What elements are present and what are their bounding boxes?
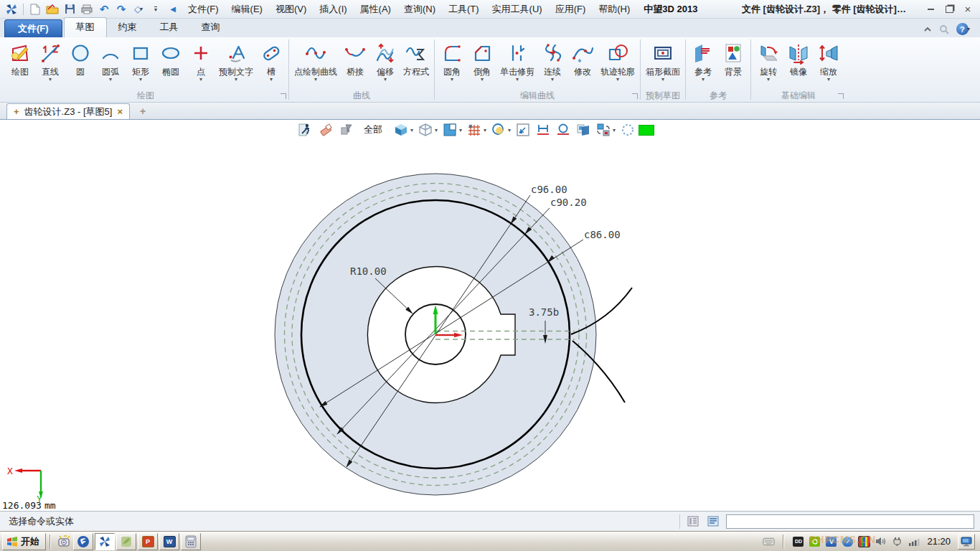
collapse-left-icon[interactable]: ◀ xyxy=(165,2,181,17)
dim-label-root[interactable]: c86.00 xyxy=(584,229,621,240)
measure-width-icon[interactable] xyxy=(534,121,552,138)
ribbon-button-offset[interactable]: 偏移 ▾ xyxy=(370,38,400,83)
ribbon-button-mirror[interactable]: 镜像 xyxy=(783,38,814,77)
dropdown-caret[interactable]: ▾ xyxy=(199,77,202,83)
dropdown-caret[interactable]: ▾ xyxy=(661,77,664,83)
document-tab[interactable]: + 齿轮设计.Z3 - [草图5] × xyxy=(6,103,130,119)
tray-colors-icon[interactable] xyxy=(858,536,870,547)
dialog-launcher-icon[interactable] xyxy=(281,93,286,99)
dropdown-caret[interactable]: ▾ xyxy=(384,77,387,83)
tray-dolby-icon[interactable]: DD xyxy=(792,536,804,547)
tab-inquire[interactable]: 查询 xyxy=(190,18,232,37)
ribbon-button-box-section[interactable]: 箱形截面 ▾ xyxy=(643,38,683,83)
zoom-circle-icon[interactable] xyxy=(489,121,507,138)
dropdown-caret[interactable]: ▾ xyxy=(49,77,52,83)
ribbon-button-modify[interactable]: 修改 xyxy=(567,38,598,77)
tray-nvidia-icon[interactable] xyxy=(809,536,821,547)
menu-applications[interactable]: 应用(F) xyxy=(549,1,593,18)
ribbon-button-continue[interactable]: 连续 ▾ xyxy=(537,38,567,83)
quicklaunch-zw3d[interactable] xyxy=(95,533,115,550)
dim-label-bore[interactable]: R10.00 xyxy=(350,265,387,277)
redo-icon[interactable]: ↷ xyxy=(113,2,129,17)
measure-circle-icon[interactable] xyxy=(554,121,572,138)
input-method-icon[interactable] xyxy=(763,536,775,547)
search-icon[interactable] xyxy=(939,24,949,34)
dropdown-caret[interactable]: ▾ xyxy=(481,77,484,83)
ribbon-button-point-curve[interactable]: 点绘制曲线 ▾ xyxy=(291,38,340,83)
quicklaunch-word[interactable]: W xyxy=(159,533,179,550)
dropdown-caret[interactable]: ▾ xyxy=(314,77,317,83)
menu-inquire[interactable]: 查询(N) xyxy=(397,1,442,18)
dropdown-caret[interactable]: ▾ xyxy=(613,127,616,133)
restore-button[interactable] xyxy=(940,3,958,16)
dropdown-caret[interactable]: ▾ xyxy=(616,77,619,83)
dropdown-caret[interactable]: ▾ xyxy=(827,77,830,83)
wireframe-view-icon[interactable] xyxy=(416,121,434,138)
dropdown-caret[interactable]: ▾ xyxy=(484,127,486,133)
dropdown-caret[interactable]: ▾ xyxy=(702,77,705,83)
ribbon-button-equation[interactable]: 方程式 xyxy=(400,38,432,77)
dialog-launcher-icon[interactable] xyxy=(838,93,844,99)
menu-file[interactable]: 文件(F) xyxy=(182,1,225,18)
dropdown-caret[interactable]: ▾ xyxy=(435,127,438,133)
ribbon-button-background[interactable]: 背景 xyxy=(718,38,748,77)
exit-sketch-icon[interactable] xyxy=(296,121,314,138)
minimize-button[interactable] xyxy=(921,3,940,16)
quicklaunch-browser[interactable] xyxy=(73,533,93,550)
dropdown-caret[interactable]: ▾ xyxy=(551,77,554,83)
sketch-canvas[interactable]: 全部 ▾ ▾ ▾ ▾ ▾ ▾ xyxy=(0,120,980,511)
selection-set-icon[interactable] xyxy=(618,121,636,138)
regen-icon[interactable]: ◇▾ xyxy=(131,2,146,17)
shaded-view-icon[interactable] xyxy=(392,121,410,138)
show-desktop-button[interactable] xyxy=(958,534,975,550)
menu-attributes[interactable]: 属性(A) xyxy=(354,1,397,18)
clock[interactable]: 21:20 xyxy=(927,536,951,547)
menu-edit[interactable]: 编辑(E) xyxy=(225,1,269,18)
dropdown-caret[interactable]: ▾ xyxy=(459,127,462,133)
tab-constraint[interactable]: 约束 xyxy=(107,18,149,37)
quicklaunch-calculator[interactable] xyxy=(181,533,201,550)
dropdown-caret[interactable]: ▾ xyxy=(451,77,453,83)
ribbon-button-circle[interactable]: 圆 xyxy=(65,38,95,77)
tab-close-icon[interactable]: × xyxy=(117,106,123,117)
filter-scope-dropdown[interactable]: 全部 xyxy=(364,123,382,136)
help-button[interactable]: ?▾ xyxy=(956,23,970,35)
ribbon-button-chamfer[interactable]: 倒角 ▾ xyxy=(467,38,497,83)
quicklaunch-powerpoint[interactable]: P xyxy=(138,533,158,550)
ribbon-button-bridge[interactable]: 桥接 xyxy=(340,38,370,77)
power-plug-icon[interactable] xyxy=(891,536,903,547)
start-button[interactable]: 开始 xyxy=(2,533,46,550)
dropdown-caret[interactable]: ▾ xyxy=(270,77,273,83)
zoom-extents-icon[interactable] xyxy=(514,121,532,138)
print-icon[interactable] xyxy=(79,2,95,17)
volume-icon[interactable] xyxy=(875,536,887,547)
open-file-icon[interactable] xyxy=(44,2,60,17)
filter-icon[interactable] xyxy=(336,121,354,138)
undo-icon[interactable]: ↶ xyxy=(96,2,112,17)
collapse-ribbon-icon[interactable] xyxy=(923,27,932,32)
dim-label-outer[interactable]: c96.00 xyxy=(531,184,567,195)
menu-tools[interactable]: 工具(T) xyxy=(442,1,486,18)
gear-sketch-drawing[interactable]: c96.00 c90.20 c86.00 R10.00 3.75b X Y 12… xyxy=(0,120,980,511)
ribbon-button-rectangle[interactable]: 矩形 ▾ xyxy=(126,38,156,83)
customize-quick-access-icon[interactable]: ▾ xyxy=(148,2,164,17)
erase-icon[interactable] xyxy=(316,121,334,138)
save-icon[interactable] xyxy=(62,2,77,17)
dropdown-caret[interactable]: ▾ xyxy=(139,77,142,83)
ribbon-button-rotate[interactable]: 旋转 ▾ xyxy=(753,38,783,83)
align-plane-icon[interactable] xyxy=(440,121,458,138)
history-panel-icon[interactable] xyxy=(686,515,700,528)
screenshot-tool-icon[interactable] xyxy=(55,533,72,550)
ribbon-button-scale[interactable]: 缩放 ▾ xyxy=(814,38,844,83)
ribbon-button-fillet[interactable]: 圆角 ▾ xyxy=(437,38,467,83)
dropdown-caret[interactable]: ▾ xyxy=(516,77,519,83)
dim-label-pitch[interactable]: c90.20 xyxy=(550,197,587,208)
dropdown-caret[interactable]: ▾ xyxy=(767,77,770,83)
tab-sketch[interactable]: 草图 xyxy=(64,17,107,37)
grid-icon[interactable] xyxy=(465,121,483,138)
ribbon-button-ellipse[interactable]: 椭圆 xyxy=(156,38,186,77)
ribbon-button-reference[interactable]: 参考 ▾ xyxy=(688,38,718,83)
ribbon-button-slot[interactable]: 槽 ▾ xyxy=(256,38,286,83)
ribbon-button-line[interactable]: 直线 ▾ xyxy=(35,38,65,83)
command-input[interactable] xyxy=(726,514,974,529)
